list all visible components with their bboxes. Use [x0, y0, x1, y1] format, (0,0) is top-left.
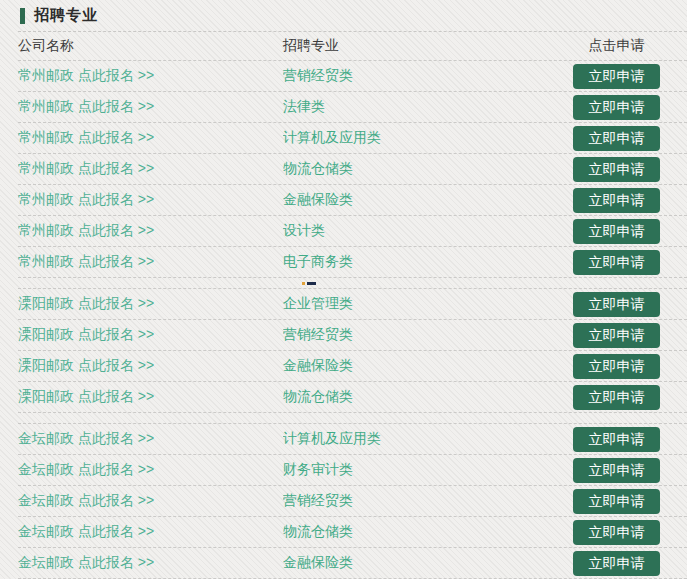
- apply-cell: 立即申请: [573, 219, 687, 244]
- table-row: 溧阳邮政 点此报名 >> 物流仓储类 立即申请: [18, 382, 687, 413]
- apply-cell: 立即申请: [573, 489, 687, 514]
- major-label: 法律类: [283, 98, 573, 116]
- apply-button[interactable]: 立即申请: [573, 323, 660, 348]
- table-row: 常州邮政 点此报名 >> 物流仓储类 立即申请: [18, 154, 687, 185]
- apply-button[interactable]: 立即申请: [573, 520, 660, 545]
- table-header-row: 公司名称 招聘专业 点击申请: [18, 32, 687, 61]
- apply-button[interactable]: 立即申请: [573, 250, 660, 275]
- major-label: 企业管理类: [283, 295, 573, 313]
- major-label: 物流仓储类: [283, 523, 573, 541]
- apply-button[interactable]: 立即申请: [573, 157, 660, 182]
- major-label: 电子商务类: [283, 253, 573, 271]
- apply-cell: 立即申请: [573, 520, 687, 545]
- column-header-apply: 点击申请: [573, 37, 687, 55]
- section-title-bar: 招聘专业: [18, 0, 687, 32]
- table-row: 金坛邮政 点此报名 >> 财务审计类 立即申请: [18, 455, 687, 486]
- table-row: 金坛邮政 点此报名 >> 计算机及应用类 立即申请: [18, 424, 687, 455]
- apply-button[interactable]: 立即申请: [573, 354, 660, 379]
- table-row: 金坛邮政 点此报名 >> 金融保险类 立即申请: [18, 548, 687, 579]
- apply-button[interactable]: 立即申请: [573, 427, 660, 452]
- company-signup-link[interactable]: 常州邮政 点此报名 >>: [18, 160, 283, 178]
- company-signup-link[interactable]: 金坛邮政 点此报名 >>: [18, 430, 283, 448]
- table-row: 常州邮政 点此报名 >> 法律类 立即申请: [18, 92, 687, 123]
- major-label: 营销经贸类: [283, 326, 573, 344]
- table-row: 溧阳邮政 点此报名 >> 金融保险类 立即申请: [18, 351, 687, 382]
- company-signup-link[interactable]: 常州邮政 点此报名 >>: [18, 98, 283, 116]
- page-title: 招聘专业: [34, 6, 98, 25]
- apply-button[interactable]: 立即申请: [573, 385, 660, 410]
- company-signup-link[interactable]: 溧阳邮政 点此报名 >>: [18, 326, 283, 344]
- table-row: 常州邮政 点此报名 >> 金融保险类 立即申请: [18, 185, 687, 216]
- company-signup-link[interactable]: 常州邮政 点此报名 >>: [18, 191, 283, 209]
- apply-button[interactable]: 立即申请: [573, 458, 660, 483]
- table-row: 常州邮政 点此报名 >> 电子商务类 立即申请: [18, 247, 687, 278]
- major-label: 营销经贸类: [283, 67, 573, 85]
- column-header-major: 招聘专业: [283, 37, 573, 55]
- company-signup-link[interactable]: 常州邮政 点此报名 >>: [18, 222, 283, 240]
- apply-cell: 立即申请: [573, 385, 687, 410]
- major-label: 财务审计类: [283, 461, 573, 479]
- group-spacer: [18, 413, 687, 424]
- major-label: 计算机及应用类: [283, 129, 573, 147]
- table-body: 常州邮政 点此报名 >> 营销经贸类 立即申请 常州邮政 点此报名 >> 法律类…: [18, 61, 687, 579]
- apply-button[interactable]: 立即申请: [573, 489, 660, 514]
- company-signup-link[interactable]: 常州邮政 点此报名 >>: [18, 253, 283, 271]
- apply-button[interactable]: 立即申请: [573, 551, 660, 576]
- apply-cell: 立即申请: [573, 427, 687, 452]
- company-signup-link[interactable]: 常州邮政 点此报名 >>: [18, 129, 283, 147]
- apply-cell: 立即申请: [573, 323, 687, 348]
- tiny-artifact-icon: [302, 282, 316, 285]
- apply-cell: 立即申请: [573, 354, 687, 379]
- apply-cell: 立即申请: [573, 157, 687, 182]
- apply-cell: 立即申请: [573, 551, 687, 576]
- apply-button[interactable]: 立即申请: [573, 64, 660, 89]
- apply-cell: 立即申请: [573, 64, 687, 89]
- apply-button[interactable]: 立即申请: [573, 292, 660, 317]
- accent-bar-icon: [20, 8, 25, 24]
- apply-cell: 立即申请: [573, 292, 687, 317]
- company-signup-link[interactable]: 溧阳邮政 点此报名 >>: [18, 295, 283, 313]
- apply-cell: 立即申请: [573, 250, 687, 275]
- apply-cell: 立即申请: [573, 188, 687, 213]
- apply-button[interactable]: 立即申请: [573, 219, 660, 244]
- apply-cell: 立即申请: [573, 458, 687, 483]
- company-signup-link[interactable]: 溧阳邮政 点此报名 >>: [18, 388, 283, 406]
- table-row: 常州邮政 点此报名 >> 计算机及应用类 立即申请: [18, 123, 687, 154]
- table-row: 金坛邮政 点此报名 >> 营销经贸类 立即申请: [18, 486, 687, 517]
- company-signup-link[interactable]: 金坛邮政 点此报名 >>: [18, 492, 283, 510]
- major-label: 计算机及应用类: [283, 430, 573, 448]
- apply-button[interactable]: 立即申请: [573, 95, 660, 120]
- major-label: 物流仓储类: [283, 160, 573, 178]
- company-signup-link[interactable]: 常州邮政 点此报名 >>: [18, 67, 283, 85]
- table-row: 常州邮政 点此报名 >> 营销经贸类 立即申请: [18, 61, 687, 92]
- company-signup-link[interactable]: 金坛邮政 点此报名 >>: [18, 461, 283, 479]
- table-row: 常州邮政 点此报名 >> 设计类 立即申请: [18, 216, 687, 247]
- apply-button[interactable]: 立即申请: [573, 126, 660, 151]
- apply-cell: 立即申请: [573, 126, 687, 151]
- column-header-company: 公司名称: [18, 37, 283, 55]
- major-label: 设计类: [283, 222, 573, 240]
- table-row: 溧阳邮政 点此报名 >> 营销经贸类 立即申请: [18, 320, 687, 351]
- major-label: 金融保险类: [283, 554, 573, 572]
- company-signup-link[interactable]: 金坛邮政 点此报名 >>: [18, 523, 283, 541]
- table-row: 金坛邮政 点此报名 >> 物流仓储类 立即申请: [18, 517, 687, 548]
- apply-button[interactable]: 立即申请: [573, 188, 660, 213]
- major-label: 物流仓储类: [283, 388, 573, 406]
- company-signup-link[interactable]: 金坛邮政 点此报名 >>: [18, 554, 283, 572]
- recruitment-page: 招聘专业 公司名称 招聘专业 点击申请 常州邮政 点此报名 >> 营销经贸类 立…: [0, 0, 687, 579]
- company-signup-link[interactable]: 溧阳邮政 点此报名 >>: [18, 357, 283, 375]
- table-row: 溧阳邮政 点此报名 >> 企业管理类 立即申请: [18, 289, 687, 320]
- apply-cell: 立即申请: [573, 95, 687, 120]
- major-label: 营销经贸类: [283, 492, 573, 510]
- group-spacer: [18, 278, 687, 289]
- major-label: 金融保险类: [283, 357, 573, 375]
- major-label: 金融保险类: [283, 191, 573, 209]
